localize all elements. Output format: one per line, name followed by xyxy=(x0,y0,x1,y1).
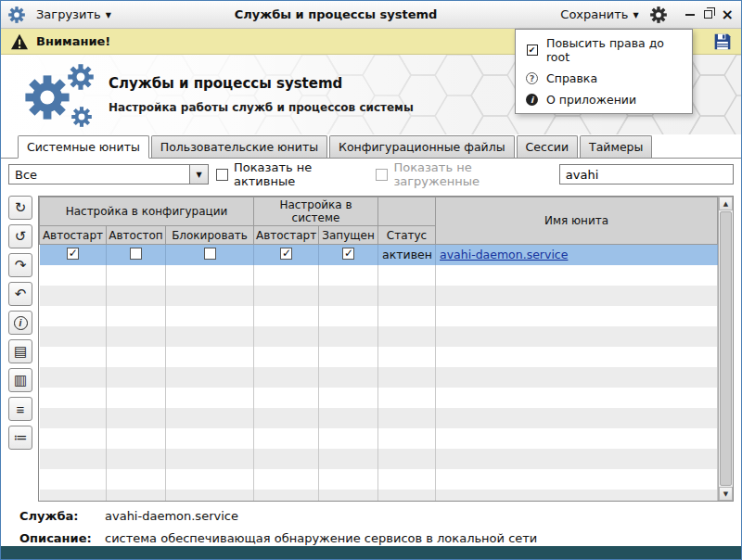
group-header-system: Настройка в системе xyxy=(254,197,378,226)
start-unit-button[interactable]: ↷ xyxy=(8,253,32,277)
checklist-icon: ≔ xyxy=(14,429,28,446)
running-checkbox[interactable] xyxy=(342,248,354,260)
scroll-down-icon[interactable]: ▼ xyxy=(719,487,733,501)
main-area: ↻ ↺ ↷ ↶ i ▤ ▥ ≡ ≔ Настройка в конфигурац… xyxy=(1,190,741,502)
column-header-block[interactable]: Блокировать xyxy=(166,226,254,245)
units-table-area: Настройка в конфигурации Настройка в сис… xyxy=(38,196,734,502)
table-row-selected[interactable]: активен avahi-daemon.service xyxy=(40,245,718,265)
window-title: Службы и процессы systemd xyxy=(117,7,555,21)
tab-system-units[interactable]: Системные юниты xyxy=(18,135,149,159)
column-header-status[interactable]: Статус xyxy=(378,226,436,245)
stop-icon: ↶ xyxy=(15,286,27,302)
column-header-autostart-system[interactable]: Автостарт xyxy=(254,226,319,245)
menu-item-about[interactable]: i О приложении xyxy=(516,89,692,110)
menu-item-about-label: О приложении xyxy=(546,93,636,107)
table-row-empty xyxy=(40,286,718,306)
list-icon: ≡ xyxy=(17,401,25,417)
block-config-checkbox[interactable] xyxy=(204,248,216,260)
details-panel: Служба: avahi-daemon.service Описание: с… xyxy=(1,502,741,546)
refresh-button[interactable]: ↻ xyxy=(8,196,32,220)
show-unloaded-label: Показать не загруженные xyxy=(393,160,551,188)
save-menu-label: Сохранить xyxy=(560,7,628,21)
scroll-up-icon[interactable]: ▲ xyxy=(719,197,733,210)
status-cell: активен xyxy=(378,245,436,265)
menu-item-elevate-root[interactable]: ✔ Повысить права до root xyxy=(516,32,692,68)
unit-info-button[interactable]: i xyxy=(8,311,32,335)
save-menu-button[interactable]: Сохранить ▼ xyxy=(555,5,644,24)
table-row-empty xyxy=(40,428,718,449)
dropdown-arrow-icon[interactable]: ▼ xyxy=(189,165,208,184)
options-menu-popup: ✔ Повысить права до root ? Справка i О п… xyxy=(515,29,693,114)
edit-config-button[interactable]: ▥ xyxy=(8,368,32,392)
tab-sessions[interactable]: Сессии xyxy=(517,135,578,158)
save-floppy-icon[interactable] xyxy=(713,32,732,51)
menu-item-help-label: Справка xyxy=(546,71,597,85)
show-unloaded-checkbox-group: Показать не загруженные xyxy=(376,160,551,188)
table-row-empty xyxy=(40,408,718,428)
autostart-system-checkbox[interactable] xyxy=(280,248,292,260)
settings-gear-icon[interactable] xyxy=(650,6,667,23)
stop-unit-button[interactable]: ↶ xyxy=(8,282,32,306)
show-unloaded-checkbox[interactable] xyxy=(376,169,388,181)
maximize-restore-icon[interactable] xyxy=(704,10,712,19)
caret-down-icon: ▼ xyxy=(106,11,111,19)
vertical-scrollbar[interactable]: ▲ ▼ xyxy=(718,197,733,501)
unit-name-link[interactable]: avahi-daemon.service xyxy=(440,248,568,261)
service-label: Служба: xyxy=(19,509,105,523)
description-label: Описание: xyxy=(19,531,105,545)
info-icon: i xyxy=(14,316,28,330)
menu-item-help[interactable]: ? Справка xyxy=(516,68,692,89)
tab-bar: Системные юниты Пользовательские юниты К… xyxy=(1,134,741,159)
tab-user-units[interactable]: Пользовательские юниты xyxy=(151,135,327,158)
warning-icon xyxy=(10,33,29,50)
description-value: система обеспечивающая обнаружение серви… xyxy=(105,531,537,545)
bottom-bar xyxy=(1,546,741,559)
table-row-empty xyxy=(40,326,718,347)
banner-title: Службы и процессы systemd xyxy=(109,75,414,92)
side-toolbar: ↻ ↺ ↷ ↶ i ▤ ▥ ≡ ≔ xyxy=(8,196,34,502)
restart-unit-button[interactable]: ↺ xyxy=(8,224,32,248)
dependencies-button[interactable]: ≔ xyxy=(8,426,32,450)
table-row-empty xyxy=(40,449,718,469)
column-header-running[interactable]: Запущен xyxy=(319,226,378,245)
load-menu-button[interactable]: Загрузить ▼ xyxy=(31,5,117,24)
table-row-empty xyxy=(40,306,718,326)
search-input[interactable] xyxy=(559,164,734,185)
unit-type-dropdown-value: Все xyxy=(9,168,189,182)
unit-type-dropdown[interactable]: Все ▼ xyxy=(8,164,209,185)
minimize-icon[interactable] xyxy=(685,14,695,16)
app-window: Загрузить ▼ Службы и процессы systemd Со… xyxy=(0,0,742,560)
column-header-autostop[interactable]: Автостоп xyxy=(107,226,166,245)
tab-config-files[interactable]: Конфигурационные файлы xyxy=(329,135,515,158)
unit-table-body: активен avahi-daemon.service xyxy=(40,245,718,503)
about-info-icon: i xyxy=(526,94,538,106)
show-inactive-checkbox[interactable] xyxy=(216,169,228,181)
elevate-root-check-icon: ✔ xyxy=(527,45,538,56)
units-table: Настройка в конфигурации Настройка в сис… xyxy=(39,197,718,502)
close-icon[interactable]: × xyxy=(722,9,734,20)
table-row-empty xyxy=(40,469,718,490)
help-icon: ? xyxy=(526,72,538,84)
tab-timers[interactable]: Таймеры xyxy=(580,135,652,158)
caret-down-icon: ▼ xyxy=(633,11,638,19)
column-header-autostart-config[interactable]: Автостарт xyxy=(40,226,107,245)
view-config-button[interactable]: ▤ xyxy=(8,339,32,363)
group-header-gap xyxy=(378,197,436,226)
scrollbar-thumb[interactable] xyxy=(720,211,732,486)
document-edit-icon: ▥ xyxy=(14,372,27,388)
window-controls: × xyxy=(685,9,734,20)
titlebar: Загрузить ▼ Службы и процессы systemd Со… xyxy=(1,1,741,29)
table-row-empty xyxy=(40,490,718,503)
app-logo-gears-icon xyxy=(23,60,107,131)
table-row-empty xyxy=(40,388,718,408)
group-header-config: Настройка в конфигурации xyxy=(40,197,254,226)
service-value: avahi-daemon.service xyxy=(105,509,238,523)
column-header-unit-name[interactable]: Имя юнита xyxy=(436,197,718,245)
restart-icon: ↺ xyxy=(15,228,27,245)
filter-bar: Все ▼ Показать не активные Показать не з… xyxy=(1,159,741,190)
warning-text: Внимание! xyxy=(36,34,110,48)
autostart-config-checkbox[interactable] xyxy=(67,248,79,260)
journal-button[interactable]: ≡ xyxy=(8,397,32,421)
table-row-empty xyxy=(40,265,718,286)
autostop-config-checkbox[interactable] xyxy=(130,248,142,260)
